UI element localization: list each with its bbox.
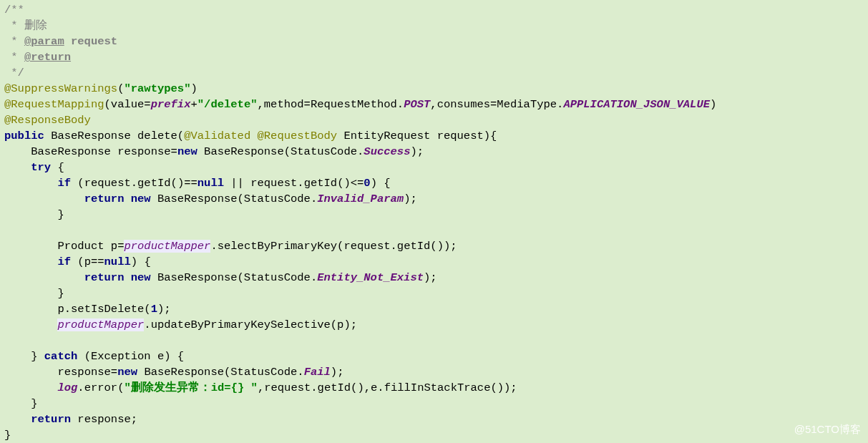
ctor: BaseResponse(StatusCode. — [157, 271, 317, 284]
indent — [4, 303, 57, 316]
javadoc-return-pre: * — [4, 51, 24, 64]
num-zero: 0 — [364, 177, 370, 190]
var-p: p — [57, 303, 64, 316]
kw-if: if — [57, 255, 77, 268]
brace: ) { — [131, 255, 151, 268]
const-appjson: APPLICATION_JSON_VALUE — [563, 98, 710, 111]
enum-success: Success — [364, 145, 410, 158]
str-logmsg: "删除发生异常：id={} " — [124, 381, 257, 394]
kw-public: public — [4, 130, 51, 142]
semi: ); — [424, 271, 437, 284]
brace-close: } — [4, 429, 11, 442]
txt: .getId()== — [131, 177, 198, 190]
op-eq: = — [111, 366, 117, 379]
txt: ,consumes=MediaType. — [430, 98, 563, 111]
brace: { — [57, 161, 64, 174]
enum-fail: Fail — [304, 366, 331, 379]
javadoc-desc: * 删除 — [4, 19, 47, 32]
txt: ,method=RequestMethod. — [258, 98, 404, 111]
ctor: BaseResponse(StatusCode. — [144, 366, 303, 379]
kw-if: if — [57, 177, 77, 190]
javadoc-open: /** — [4, 4, 24, 16]
watermark: @51CTO博客 — [794, 422, 861, 437]
var-request: request — [343, 240, 390, 253]
indent — [4, 381, 57, 394]
semi: ); — [157, 303, 171, 316]
return-type: BaseResponse — [51, 130, 137, 142]
indent — [4, 318, 57, 331]
ann-suppress: @SuppressWarnings — [4, 82, 117, 95]
enum-post: POST — [404, 98, 430, 111]
indent — [4, 161, 31, 174]
ann-responsebody: @ResponseBody — [4, 114, 91, 127]
kw-catch: catch — [44, 350, 84, 363]
javadoc-param-pre: * — [4, 35, 24, 48]
kw-return: return — [31, 413, 77, 426]
brace: ) { — [371, 177, 391, 190]
var-response: response — [77, 413, 130, 426]
call: .getId()); — [391, 240, 457, 253]
ctor: BaseResponse(StatusCode. — [157, 193, 317, 205]
ann-requestbody: @RequestBody — [258, 130, 344, 142]
kw-null: null — [198, 177, 231, 190]
txt: BaseResponse — [4, 145, 117, 158]
semi: ); — [343, 318, 357, 331]
field-productmapper: productMapper — [124, 240, 210, 253]
semi: ); — [404, 193, 417, 205]
str-rawtypes: "rawtypes" — [124, 82, 190, 95]
indent — [4, 255, 57, 268]
op-or: || — [230, 177, 250, 190]
call: .fillInStackTrace()); — [377, 381, 517, 394]
javadoc-param-name: request — [64, 35, 117, 48]
semi: ); — [410, 145, 424, 158]
txt: (Exception — [84, 350, 157, 363]
txt: Product — [4, 240, 111, 253]
num-one: 1 — [151, 303, 157, 316]
javadoc-return-tag: @return — [24, 51, 71, 64]
semi: ); — [331, 366, 344, 379]
call: .setIsDelete( — [64, 303, 151, 316]
field-log: log — [57, 381, 77, 394]
var-response: response — [57, 366, 110, 379]
brace: ) { — [164, 350, 184, 363]
brace: } — [4, 208, 64, 221]
kw-null: null — [104, 255, 131, 268]
semi: ; — [131, 413, 137, 426]
paren: ) — [710, 98, 716, 111]
code-block: /** * 删除 * @param request * @return */ @… — [0, 0, 868, 443]
var-e: e — [157, 350, 164, 363]
var-p: p — [111, 240, 117, 253]
call: .error( — [77, 381, 124, 394]
indent — [4, 193, 84, 205]
kw-new: new — [177, 145, 204, 158]
indent — [4, 413, 31, 426]
javadoc-close: */ — [4, 67, 24, 79]
method-name: delete( — [137, 130, 184, 142]
var-p: p — [84, 255, 91, 268]
txt: .getId()<= — [297, 177, 364, 190]
field-prefix: prefix — [151, 98, 191, 111]
call: .selectByPrimaryKey( — [210, 240, 343, 253]
call: .updateByPrimaryKeySelective( — [144, 318, 337, 331]
ann-validated: @Validated — [184, 130, 257, 142]
op-plus: + — [190, 98, 197, 111]
str-delete: "/delete" — [198, 98, 258, 111]
indent — [4, 177, 57, 190]
paren: ( — [77, 255, 84, 268]
brace: } — [4, 397, 38, 410]
ann-requestmapping: @RequestMapping — [4, 98, 104, 111]
javadoc-param-tag: @param — [24, 35, 64, 48]
brace: } — [4, 287, 64, 300]
var-request: request — [264, 381, 311, 394]
param-type: EntityRequest — [343, 130, 437, 142]
kw-try: try — [31, 161, 57, 174]
kw-return-new: return new — [84, 271, 157, 284]
enum-invalid: Invalid_Param — [317, 193, 404, 205]
var-request: request — [84, 177, 131, 190]
brace: ){ — [484, 130, 497, 142]
indent — [4, 366, 57, 379]
brace: } — [4, 350, 44, 363]
var-p: p — [337, 318, 343, 331]
field-productmapper: productMapper — [57, 318, 144, 331]
paren: ) — [190, 82, 197, 95]
